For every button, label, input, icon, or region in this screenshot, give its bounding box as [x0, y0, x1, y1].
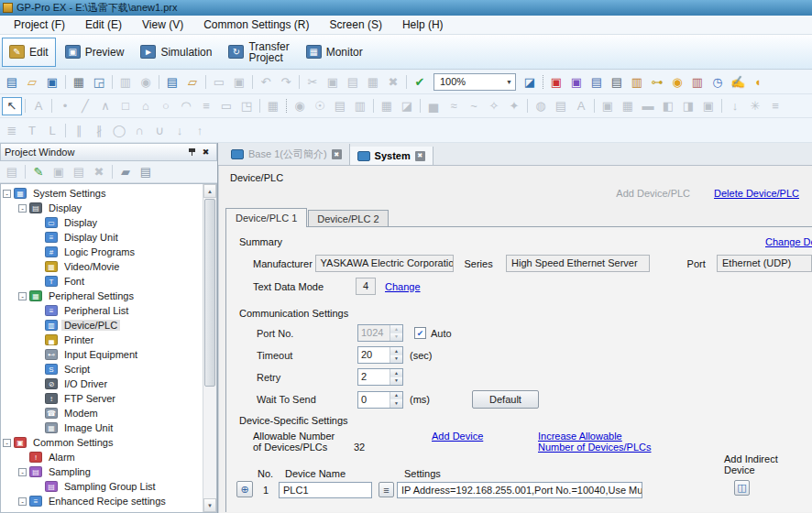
tree-item-label[interactable]: Alarm — [46, 452, 78, 463]
security-key-icon[interactable]: ⊶ — [647, 72, 667, 91]
separator[interactable] — [62, 121, 69, 139]
print-icon[interactable]: ▦ — [69, 72, 89, 91]
change-link[interactable]: Change — [385, 281, 421, 292]
preview-screen-icon[interactable]: ◪ — [520, 72, 540, 91]
separator[interactable] — [22, 97, 28, 115]
tree-item-label[interactable]: Display — [46, 202, 84, 213]
wait-to-send-spinner[interactable]: 0 ▲▼ — [357, 391, 403, 409]
separator[interactable] — [109, 72, 115, 91]
tab-system[interactable]: System ✖ — [350, 147, 433, 165]
new-project-icon[interactable]: ▤ — [2, 72, 22, 91]
tree-image-unit[interactable]: - ▦ Image Unit — [1, 420, 203, 435]
tree-font[interactable]: - T Font — [1, 274, 203, 289]
retry-spinner[interactable]: 2 ▲▼ — [357, 368, 403, 386]
tree-item-label[interactable]: Display — [61, 217, 100, 228]
tree-item-label[interactable]: Image Unit — [61, 422, 115, 433]
menu-help[interactable]: Help (H) — [392, 16, 454, 33]
tree-display[interactable]: - ▭ Display — [1, 215, 203, 230]
change-device-plc-link[interactable]: Change Device/PLC — [765, 236, 812, 247]
close-tab-icon[interactable]: ✖ — [332, 149, 342, 159]
data-container-icon[interactable]: ▥ — [687, 72, 708, 91]
tab-base-1[interactable]: Base 1(公司簡介) ✖ — [224, 144, 350, 165]
tree-input-equipment[interactable]: - ⊷ Input Equipment — [1, 347, 203, 362]
tree-display-group[interactable]: - ▤ Display — [1, 201, 203, 215]
select-tool-icon[interactable]: ↖ — [2, 97, 22, 115]
tree-printer[interactable]: - ▄ Printer — [1, 333, 203, 347]
spin-up-icon[interactable]: ▲ — [390, 392, 402, 400]
print-preview-icon[interactable]: ◲ — [89, 72, 109, 91]
preview-button[interactable]: ▣ Preview — [58, 38, 132, 67]
separator[interactable] — [203, 72, 209, 91]
scroll-down-icon[interactable]: ▼ — [203, 498, 216, 512]
tree-expander-icon[interactable]: - — [18, 204, 27, 213]
tree-logic-programs[interactable]: - # Logic Programs — [1, 245, 203, 259]
recipe-settings-icon[interactable]: ▤ — [587, 72, 607, 91]
zoom-select[interactable]: 100% ▼ — [433, 73, 516, 91]
tree-display-unit[interactable]: - ≡ Display Unit — [1, 230, 203, 245]
separator[interactable] — [296, 72, 302, 91]
auto-checkbox[interactable]: ✔ Auto — [414, 327, 452, 339]
pin-icon[interactable] — [185, 146, 199, 158]
tree-enhanced-recipe[interactable]: - ≡ Enhanced Recipe settings — [1, 494, 203, 508]
tree-io-driver[interactable]: - ⊘ I/O Driver — [1, 377, 203, 391]
new-screen-icon[interactable]: ▤ — [162, 72, 182, 91]
separator[interactable] — [257, 97, 263, 115]
spin-up-icon[interactable]: ▲ — [390, 347, 402, 355]
separator[interactable] — [540, 72, 546, 91]
error-check-icon[interactable]: ✔ — [410, 72, 430, 91]
tree-item-label[interactable]: Sampling Group List — [61, 481, 159, 492]
edit-item-icon[interactable]: ✎ — [28, 163, 49, 181]
close-tab-icon[interactable]: ✖ — [415, 151, 425, 161]
menu-view[interactable]: View (V) — [132, 16, 193, 33]
tree-item-label[interactable]: FTP Server — [61, 393, 118, 404]
spin-down-icon[interactable]: ▼ — [390, 399, 402, 408]
edit-mode-button[interactable]: ✎ Edit — [2, 38, 56, 67]
tree-item-label[interactable]: Peripheral List — [61, 305, 131, 316]
separator[interactable] — [283, 97, 290, 115]
separator[interactable] — [109, 163, 115, 181]
device-settings-button[interactable]: ≡ — [379, 482, 394, 497]
tree-system-settings[interactable]: - ▦ System Settings — [1, 186, 203, 201]
close-icon[interactable]: ✖ — [199, 146, 213, 158]
separator[interactable] — [524, 97, 531, 115]
tree-expander-icon[interactable]: - — [3, 190, 11, 198]
spin-down-icon[interactable]: ▼ — [390, 355, 402, 364]
monitor-button[interactable]: ▦ Monitor — [299, 38, 370, 67]
tree-item-label[interactable]: Modem — [61, 408, 101, 419]
tree-item-label[interactable]: Script — [61, 364, 93, 375]
comment-list-icon[interactable]: ▤ — [136, 163, 156, 181]
tree-item-label[interactable]: Logic Programs — [61, 246, 137, 257]
separator[interactable] — [417, 97, 423, 115]
timeout-spinner[interactable]: 20 ▲▼ — [357, 346, 403, 364]
separator[interactable] — [370, 97, 377, 115]
tree-item-label[interactable]: Video/Movie — [61, 261, 122, 272]
scroll-thumb[interactable] — [204, 199, 215, 387]
tree-expander-icon[interactable]: - — [18, 292, 27, 300]
transfer-project-button[interactable]: ↻ Transfer Project — [221, 38, 296, 67]
device-name-input[interactable]: PLC1 — [279, 482, 372, 498]
tree-item-label[interactable]: I/O Driver — [61, 378, 110, 389]
menu-edit[interactable]: Edit (E) — [75, 16, 132, 33]
separator[interactable] — [403, 72, 410, 91]
tree-item-label[interactable]: Printer — [61, 334, 96, 345]
save-project-icon[interactable]: ▣ — [42, 72, 62, 91]
open-project-icon[interactable]: ▱ — [22, 72, 42, 91]
alarm-settings-icon[interactable]: ▣ — [546, 72, 566, 91]
tree-scrollbar[interactable]: ▲ ▼ — [203, 184, 216, 512]
tree-item-label[interactable]: Display Unit — [61, 232, 121, 243]
tree-ftp-server[interactable]: - ↕ FTP Server — [1, 391, 203, 406]
tree-expander-icon[interactable]: - — [18, 497, 27, 506]
chevron-down-icon[interactable]: ▼ — [506, 79, 512, 85]
separator[interactable] — [62, 72, 69, 91]
tree-item-label[interactable]: Device/PLC — [61, 320, 120, 331]
tree-peripheral-settings[interactable]: - ▦ Peripheral Settings — [1, 289, 203, 303]
simulation-button[interactable]: ► Simulation — [133, 38, 219, 67]
clipped-icon[interactable]: ◖ — [748, 72, 768, 91]
separator[interactable] — [49, 97, 55, 115]
separator[interactable] — [249, 72, 256, 91]
menu-common-settings[interactable]: Common Settings (R) — [193, 16, 319, 33]
default-button[interactable]: Default — [472, 390, 539, 409]
tree-item-label[interactable]: Enhanced Recipe settings — [46, 496, 169, 507]
menu-screen[interactable]: Screen (S) — [320, 16, 392, 33]
tree-peripheral-list[interactable]: - ≡ Peripheral List — [1, 303, 203, 318]
